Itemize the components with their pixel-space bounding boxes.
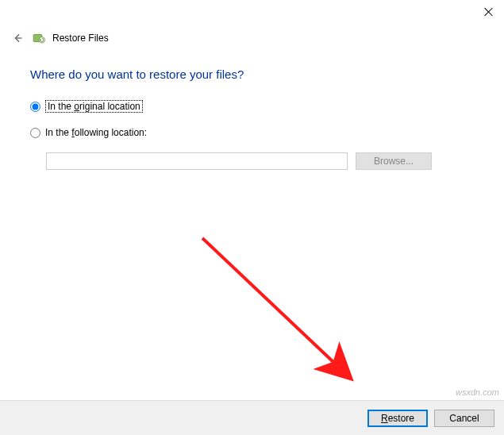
annotation-arrow-icon bbox=[194, 230, 369, 397]
radio-following-input[interactable] bbox=[30, 128, 40, 138]
restore-button[interactable]: Restore bbox=[367, 410, 428, 427]
cancel-button[interactable]: Cancel bbox=[434, 410, 494, 427]
page-heading: Where do you want to restore your files? bbox=[30, 67, 488, 81]
radio-original-input[interactable] bbox=[30, 102, 40, 112]
footer: Restore Cancel bbox=[0, 400, 504, 435]
radio-original-location[interactable]: In the original location bbox=[30, 100, 488, 113]
main-content: Where do you want to restore your files?… bbox=[30, 67, 488, 170]
radio-following-location[interactable]: In the following location: bbox=[30, 127, 488, 138]
restore-path-input[interactable] bbox=[46, 152, 348, 170]
svg-line-2 bbox=[202, 238, 349, 377]
header: Restore Files bbox=[10, 30, 109, 46]
radio-following-label: In the following location: bbox=[45, 127, 147, 138]
restore-files-icon bbox=[32, 31, 46, 45]
browse-button[interactable]: Browse... bbox=[356, 152, 432, 170]
back-arrow-icon[interactable] bbox=[10, 30, 25, 46]
close-icon[interactable] bbox=[483, 6, 494, 17]
window-title: Restore Files bbox=[52, 33, 109, 44]
location-row: Browse... bbox=[46, 152, 488, 170]
radio-original-label: In the original location bbox=[45, 100, 143, 113]
watermark: wsxdn.com bbox=[456, 387, 499, 397]
titlebar bbox=[0, 0, 504, 24]
